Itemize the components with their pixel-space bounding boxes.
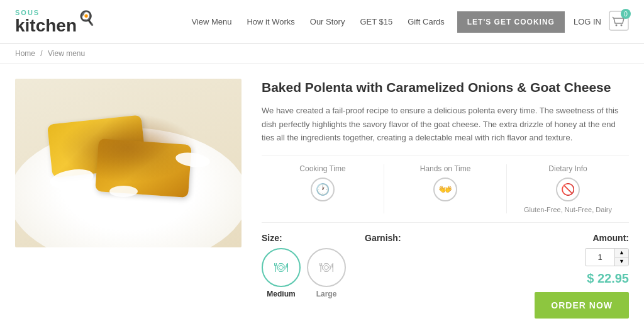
size-medium-label: Medium <box>267 290 295 298</box>
stat-dietary: Dietary Info 🚫 Gluten-Free, Nut-Free, Da… <box>507 164 629 213</box>
nav-get-15[interactable]: GET $15 <box>360 17 392 26</box>
amount-label: Amount: <box>592 233 629 243</box>
product-section: Baked Polenta with Caramelized Onions & … <box>15 79 629 325</box>
lets-get-cooking-button[interactable]: LET'S GET COOKING <box>457 11 565 33</box>
stat-dietary-label: Dietary Info <box>548 164 587 173</box>
amount-value: 1 <box>586 249 614 265</box>
nav-our-story[interactable]: Our Story <box>310 17 345 26</box>
amount-stepper: 1 ▲ ▼ <box>585 248 629 266</box>
svg-point-2 <box>621 25 623 26</box>
product-title: Baked Polenta with Caramelized Onions & … <box>262 79 629 96</box>
breadcrumb-separator: / <box>40 49 42 58</box>
nav-gift-cards[interactable]: Gift Cards <box>408 17 445 26</box>
nav-view-menu[interactable]: View Menu <box>191 17 231 26</box>
garnish-label: Garnish: <box>365 233 401 243</box>
stat-cooking-time: Cooking Time 🕐 <box>262 164 384 213</box>
stat-cooking-time-label: Cooking Time <box>299 164 345 173</box>
amount-increment[interactable]: ▲ <box>615 249 628 257</box>
product-image <box>15 79 242 247</box>
stats-row: Cooking Time 🕐 Hands on Time 👐 Dietary I… <box>262 155 629 223</box>
stat-hands-on-time: Hands on Time 👐 <box>384 164 507 213</box>
breadcrumb: Home / View menu <box>0 44 644 64</box>
stat-dietary-sub: Gluten-Free, Nut-Free, Dairy <box>524 206 612 213</box>
size-medium-circle: 🍽 <box>262 248 301 287</box>
price: $ 22.95 <box>587 271 629 286</box>
breadcrumb-current: View menu <box>48 49 85 58</box>
logo-chef-icon: 🍳 <box>78 10 95 26</box>
product-description: We have created a fail-proof recipe to e… <box>262 104 629 144</box>
logo-kitchen: kitchen <box>15 17 77 35</box>
login-button[interactable]: LOG IN <box>574 17 601 26</box>
size-group: Size: 🍽 Medium 🍽 Large <box>262 233 346 298</box>
header: SOUS kitchen 🍳 View Menu How it Works Ou… <box>0 0 644 44</box>
nav-how-it-works[interactable]: How it Works <box>247 17 294 26</box>
product-info: Baked Polenta with Caramelized Onions & … <box>262 79 629 325</box>
main-content: Baked Polenta with Caramelized Onions & … <box>0 64 644 333</box>
cart-icon[interactable]: 0 <box>609 11 629 33</box>
stat-hands-on-label: Hands on Time <box>420 164 471 173</box>
svg-point-1 <box>616 25 618 26</box>
amount-decrement[interactable]: ▼ <box>615 257 628 266</box>
size-large[interactable]: 🍽 Large <box>307 248 346 298</box>
logo: SOUS kitchen 🍳 <box>15 9 95 35</box>
order-now-button[interactable]: ORDER NOW <box>535 292 629 319</box>
hands-icon: 👐 <box>433 178 457 201</box>
dietary-icon: 🚫 <box>556 178 580 201</box>
breadcrumb-home[interactable]: Home <box>15 49 35 58</box>
size-large-label: Large <box>316 290 337 298</box>
options-row: Size: 🍽 Medium 🍽 Large Garnish <box>262 233 629 319</box>
size-options: 🍽 Medium 🍽 Large <box>262 248 346 298</box>
cart-badge: 0 <box>621 9 631 19</box>
size-medium[interactable]: 🍽 Medium <box>262 248 301 298</box>
amount-arrows: ▲ ▼ <box>614 249 628 266</box>
main-nav: View Menu How it Works Our Story GET $15… <box>191 17 444 26</box>
garnish-group: Garnish: <box>365 233 401 248</box>
size-label: Size: <box>262 233 346 243</box>
size-large-circle: 🍽 <box>307 248 346 287</box>
amount-group: Amount: 1 ▲ ▼ $ 22.95 ORDER NOW <box>535 233 629 319</box>
clock-icon: 🕐 <box>311 178 335 201</box>
